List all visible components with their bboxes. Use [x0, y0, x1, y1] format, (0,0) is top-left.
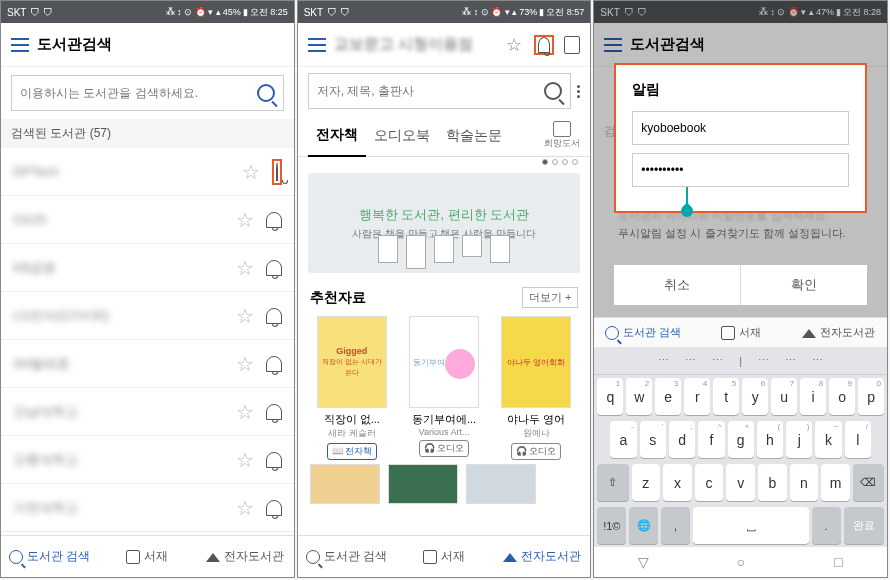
back-key[interactable]: ▽	[594, 547, 692, 577]
nav-shelf[interactable]: 서재	[395, 536, 493, 577]
search-icon[interactable]	[257, 84, 275, 102]
cancel-button[interactable]: 취소	[614, 265, 740, 305]
nav-shelf[interactable]: 서재	[99, 536, 197, 577]
list-item[interactable]: DPTech ☆	[1, 148, 294, 196]
key-t[interactable]: t5	[713, 378, 739, 415]
key-u[interactable]: u7	[771, 378, 797, 415]
nav-elib[interactable]: 전자도서관	[493, 536, 591, 577]
key-x[interactable]: x	[663, 464, 692, 501]
key-l[interactable]: l/	[845, 421, 871, 458]
list-item[interactable]: 강릉대학교☆	[1, 436, 294, 484]
key-h[interactable]: h(	[757, 421, 783, 458]
star-icon[interactable]: ☆	[236, 448, 254, 472]
ok-button[interactable]: 확인	[740, 265, 867, 305]
enter-key[interactable]: 완료	[844, 507, 884, 544]
star-icon[interactable]: ☆	[236, 400, 254, 424]
lang-key[interactable]: 🌐	[629, 507, 658, 544]
nav-shelf[interactable]: 서재	[692, 318, 790, 347]
key-f[interactable]: f^	[698, 421, 724, 458]
star-icon[interactable]: ☆	[236, 352, 254, 376]
recents-key[interactable]: □	[789, 547, 887, 577]
key-a[interactable]: a-	[610, 421, 636, 458]
key-k[interactable]: k~	[815, 421, 841, 458]
star-icon[interactable]: ☆	[236, 256, 254, 280]
tab-paper[interactable]: 학술논문	[438, 115, 510, 157]
search-box[interactable]	[11, 75, 284, 111]
home-key[interactable]: ○	[692, 547, 790, 577]
menu-icon[interactable]	[11, 38, 29, 52]
key-c[interactable]: c	[695, 464, 724, 501]
key-s[interactable]: s'	[640, 421, 666, 458]
search-box[interactable]	[308, 73, 572, 109]
menu-icon[interactable]	[308, 38, 326, 52]
comma-key[interactable]: ,	[661, 507, 690, 544]
search-input[interactable]	[317, 84, 545, 98]
nav-search[interactable]: 도서관 검색	[594, 318, 692, 347]
search-icon[interactable]	[544, 82, 562, 100]
more-button[interactable]: 더보기 +	[522, 287, 578, 308]
list-item[interactable]: LG전자(G7/V30)☆	[1, 292, 294, 340]
tab-ebook[interactable]: 전자책	[308, 115, 366, 157]
star-icon[interactable]: ☆	[236, 304, 254, 328]
wish-button[interactable]: 희망도서	[544, 121, 580, 150]
book-card[interactable]: 동기부여 동기부여에... Various Art... 🎧 오디오	[402, 316, 486, 460]
search-input[interactable]	[20, 86, 257, 100]
bell-icon[interactable]	[266, 452, 282, 468]
key-v[interactable]: v	[726, 464, 755, 501]
bell-icon[interactable]	[276, 162, 278, 181]
symbols-key[interactable]: !1©	[597, 507, 626, 544]
book-card[interactable]: Gigged직장이 없는 시대가 온다 직장이 없... 새라 케슬러 📖 전자…	[310, 316, 394, 460]
list-item[interactable]: 강남대학교☆	[1, 388, 294, 436]
nav-search[interactable]: 도서관 검색	[1, 536, 99, 577]
kbd-suggestion-bar[interactable]: ⋯⋯⋯|⋯⋯⋯	[594, 347, 887, 375]
nav-search[interactable]: 도서관 검색	[298, 536, 396, 577]
key-o[interactable]: o9	[829, 378, 855, 415]
key-m[interactable]: m	[821, 464, 850, 501]
key-q[interactable]: q1	[597, 378, 623, 415]
key-d[interactable]: d;	[669, 421, 695, 458]
key-y[interactable]: y6	[742, 378, 768, 415]
star-icon[interactable]: ☆	[236, 496, 254, 520]
tab-audio[interactable]: 오디오북	[366, 115, 438, 157]
star-icon[interactable]: ☆	[242, 160, 260, 184]
bell-icon[interactable]	[266, 308, 282, 324]
key-p[interactable]: p0	[858, 378, 884, 415]
bell-icon[interactable]	[266, 212, 282, 228]
book-cover[interactable]	[466, 464, 536, 504]
banner[interactable]: 행복한 도서관, 편리한 도서관 사람은 책을 만들고 책은 사람을 만듭니다	[308, 173, 581, 273]
book-cover[interactable]	[388, 464, 458, 504]
list-item[interactable]: 가천대학교☆	[1, 484, 294, 532]
key-z[interactable]: z	[632, 464, 661, 501]
space-key[interactable]: ⎵	[693, 507, 809, 544]
bell-icon[interactable]	[266, 404, 282, 420]
key-j[interactable]: j)	[786, 421, 812, 458]
star-icon[interactable]: ☆	[236, 208, 254, 232]
bell-icon[interactable]	[266, 260, 282, 276]
list-item[interactable]: KB금융☆	[1, 244, 294, 292]
shift-key[interactable]: ⇧	[597, 464, 628, 501]
bell-icon[interactable]	[266, 500, 282, 516]
list-item[interactable]: SK텔레콤☆	[1, 340, 294, 388]
book-icon[interactable]	[564, 36, 580, 54]
key-e[interactable]: e3	[655, 378, 681, 415]
more-icon[interactable]	[577, 85, 580, 98]
book-cover[interactable]	[310, 464, 380, 504]
bell-icon[interactable]	[538, 37, 550, 53]
key-b[interactable]: b	[758, 464, 787, 501]
nav-elib[interactable]: 전자도서관	[789, 318, 887, 347]
key-n[interactable]: n	[790, 464, 819, 501]
key-w[interactable]: w2	[626, 378, 652, 415]
star-icon[interactable]: ☆	[504, 35, 524, 55]
nav-elib[interactable]: 전자도서관	[196, 536, 294, 577]
key-i[interactable]: i8	[800, 378, 826, 415]
period-key[interactable]: .	[812, 507, 841, 544]
backspace-key[interactable]: ⌫	[853, 464, 884, 501]
bell-icon[interactable]	[266, 356, 282, 372]
book-card[interactable]: 야나두 영어회화 야나두 영어 원예나 🎧 오디오	[494, 316, 578, 460]
key-r[interactable]: r4	[684, 378, 710, 415]
book-row: Gigged직장이 없는 시대가 온다 직장이 없... 새라 케슬러 📖 전자…	[298, 316, 591, 460]
list-item[interactable]: GS25☆	[1, 196, 294, 244]
username-input[interactable]	[632, 111, 849, 145]
key-g[interactable]: g＊	[728, 421, 754, 458]
password-input[interactable]	[632, 153, 849, 187]
